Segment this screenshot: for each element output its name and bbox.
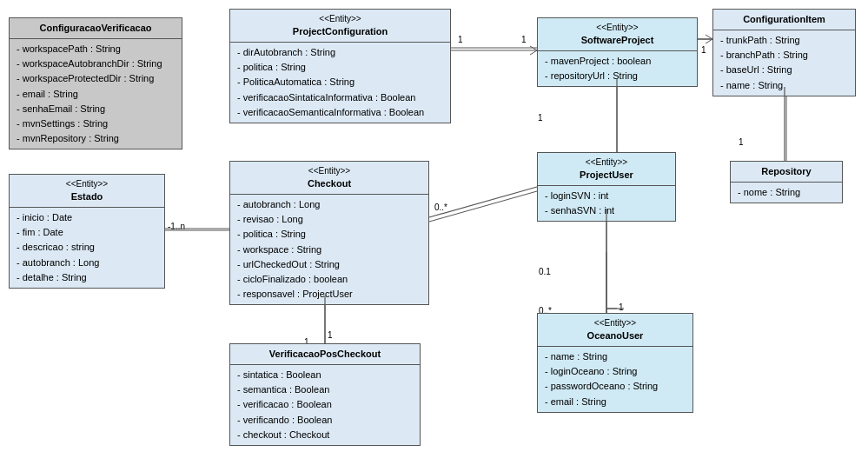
label-ou-pu: 1: [619, 302, 624, 312]
box-repository: Repository - nome : String: [730, 161, 843, 203]
box-configuration-item-body: - trunkPath : String - branchPath : Stri…: [713, 30, 855, 95]
box-estado-body: - inicio : Date - fim : Date - descricao…: [10, 208, 164, 287]
label-pu-ou-1: 0.1: [539, 267, 551, 276]
box-project-user: <<Entity>> ProjectUser - loginSVN : int …: [537, 152, 676, 222]
box-verificacao-pos-checkout-body: - sintatica : Boolean - semantica : Bool…: [230, 365, 420, 444]
box-project-configuration-title: <<Entity>> ProjectConfiguration: [230, 10, 450, 43]
label-checkout-vpc-1: 1: [328, 330, 333, 340]
box-checkout-title: <<Entity>> Checkout: [230, 162, 428, 195]
box-repository-body: - nome : String: [731, 183, 842, 203]
box-software-project-title: <<Entity>> SoftwareProject: [538, 18, 697, 51]
box-configuracao-verificacao: ConfiguracaoVerificacao - workspacePath …: [9, 17, 182, 149]
label-sp-ci-2: 1: [701, 45, 706, 55]
label-rep-ci: 1: [739, 137, 744, 147]
box-project-configuration: <<Entity>> ProjectConfiguration - dirAut…: [229, 9, 451, 123]
box-verificacao-pos-checkout: VerificacaoPosCheckout - sintatica : Boo…: [229, 343, 421, 446]
box-configuracao-verificacao-body: - workspacePath : String - workspaceAuto…: [10, 39, 182, 148]
box-configuration-item-title: ConfigurationItem: [713, 10, 855, 30]
box-checkout: <<Entity>> Checkout - autobranch : Long …: [229, 161, 429, 305]
diagram-container: 1 1 0..* 1 0..* -1..n 1 0.1 0..* 1 1 0..…: [0, 0, 868, 465]
box-project-user-body: - loginSVN : int - senhaSVN : int: [538, 186, 675, 221]
box-project-configuration-body: - dirAutobranch : String - politica : St…: [230, 43, 450, 122]
box-configuration-item: ConfigurationItem - trunkPath : String -…: [712, 9, 856, 96]
label-pc-sp-1: 1: [458, 35, 463, 44]
box-software-project-body: - mavenProject : boolean - repositoryUrl…: [538, 51, 697, 86]
label-pc-sp-2: 1: [521, 35, 527, 44]
box-checkout-body: - autobranch : Long - revisao : Long - p…: [230, 195, 428, 303]
box-software-project: <<Entity>> SoftwareProject - mavenProjec…: [537, 17, 698, 87]
box-estado: <<Entity>> Estado - inicio : Date - fim …: [9, 174, 165, 289]
box-repository-title: Repository: [731, 162, 842, 183]
box-oceano-user-title: <<Entity>> OceanoUser: [538, 314, 692, 347]
label-checkout-pu-1: 0..*: [434, 203, 447, 212]
box-verificacao-pos-checkout-title: VerificacaoPosCheckout: [230, 344, 420, 365]
label-estado-checkout: -1..n: [168, 222, 185, 231]
box-oceano-user: <<Entity>> OceanoUser - name : String - …: [537, 313, 693, 413]
label-sp-pu: 1: [538, 113, 543, 123]
box-configuracao-verificacao-title: ConfiguracaoVerificacao: [10, 18, 182, 39]
box-oceano-user-body: - name : String - loginOceano : String -…: [538, 347, 692, 411]
box-project-user-title: <<Entity>> ProjectUser: [538, 153, 675, 186]
box-estado-title: <<Entity>> Estado: [10, 175, 164, 208]
